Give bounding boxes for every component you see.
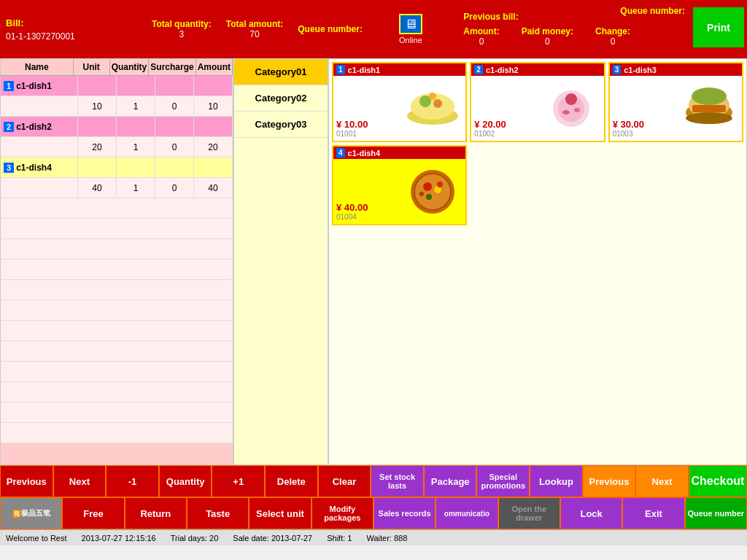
lock-button[interactable]: Lock	[560, 497, 622, 529]
queue-number-button[interactable]: Queue number	[685, 497, 747, 529]
trial-text: Trial days: 20	[171, 534, 219, 542]
dish-card-header: 2 c1-dish2	[471, 63, 603, 76]
dish-card[interactable]: 1 c1-dish1 ¥ 10.00 01001	[332, 62, 467, 142]
taste-button[interactable]: Taste	[187, 497, 249, 529]
svg-point-21	[419, 192, 424, 196]
previous-button[interactable]: Previous	[0, 465, 53, 497]
item-name-cell: 3c1-dish4	[1, 158, 78, 177]
table-row	[1, 219, 233, 239]
dish-card-header: 4 c1-dish4	[333, 147, 465, 159]
open-drawer-button: Open the drawer	[498, 497, 560, 529]
modify-packages-button[interactable]: Modify packages	[311, 497, 374, 529]
col-name: Name	[1, 59, 74, 75]
set-stock-button[interactable]: Set stock lasts	[371, 465, 424, 497]
table-row	[1, 280, 233, 300]
ime-button[interactable]: 🈶 极品五笔	[0, 497, 62, 529]
prev-bill-title: Previous bill:	[463, 12, 630, 22]
svg-rect-13	[692, 105, 726, 112]
table-row[interactable]: 20 1 0 20	[1, 137, 233, 158]
order-table-header: Name Unit Quantity Surcharge Amount	[1, 59, 233, 76]
exit-button[interactable]: Exit	[622, 497, 684, 529]
dish-card-header: 1 c1-dish1	[333, 63, 465, 76]
main-area: Name Unit Quantity Surcharge Amount 1c1-…	[0, 58, 747, 465]
dish-code: 01004	[336, 213, 397, 221]
dish-image	[400, 76, 465, 134]
svg-point-8	[562, 110, 570, 114]
statusbar: Welcome to Rest 2013-07-27 12:15:16 Tria…	[0, 529, 747, 545]
table-row	[1, 260, 233, 280]
toolbar-row2: 🈶 极品五笔 Free Return Taste Select unit Mod…	[0, 497, 747, 529]
prev-bill-change: Change: 0	[595, 26, 630, 47]
svg-point-20	[437, 182, 443, 187]
lookup-button[interactable]: Lookup	[530, 465, 583, 497]
total-amt: Total amount: 70	[226, 19, 283, 39]
svg-point-9	[574, 108, 580, 112]
checkout-button[interactable]: Checkout	[689, 465, 747, 497]
dish-code: 01003	[613, 130, 673, 138]
dish-card[interactable]: 4 c1-dish4 ¥ 40.00 01004	[332, 145, 467, 225]
table-row	[1, 239, 233, 260]
category-panel: Category01 Category02 Category03	[233, 58, 328, 465]
table-row[interactable]: 2c1-dish2	[1, 117, 233, 137]
table-row	[1, 362, 233, 382]
dish-code: 01001	[336, 130, 397, 138]
minus1-button[interactable]: -1	[106, 465, 159, 497]
sales-records-button[interactable]: Sales records	[374, 497, 436, 529]
dish-price: ¥ 40.00	[336, 202, 397, 213]
quantity-button[interactable]: Quantity	[159, 465, 212, 497]
print-button[interactable]: Print	[693, 7, 744, 47]
dish-price: ¥ 10.00	[336, 119, 397, 130]
dish-price: ¥ 20.00	[474, 119, 535, 130]
category-item[interactable]: Category02	[234, 85, 328, 112]
category-item[interactable]: Category03	[234, 112, 328, 138]
dish-card[interactable]: 3 c1-dish3 ¥ 30.00 01003	[608, 62, 743, 142]
free-button[interactable]: Free	[62, 497, 124, 529]
table-row[interactable]: 3c1-dish4	[1, 158, 233, 178]
queue-number-right-label: Queue number:	[620, 6, 685, 16]
dish-code: 01002	[474, 130, 535, 138]
total-qty: Total quantity: 3	[152, 19, 212, 39]
dish-image	[400, 159, 465, 217]
next2-button[interactable]: Next	[635, 465, 689, 497]
order-panel: Name Unit Quantity Surcharge Amount 1c1-…	[0, 58, 233, 465]
total-amt-label: Total amount:	[226, 19, 283, 29]
clear-button[interactable]: Clear	[318, 465, 371, 497]
waiter-text: Waiter: 888	[366, 534, 407, 542]
table-row[interactable]: 10 1 0 10	[1, 96, 233, 117]
return-button[interactable]: Return	[125, 497, 187, 529]
next-button[interactable]: Next	[53, 465, 107, 497]
svg-point-17	[423, 182, 432, 191]
select-unit-button[interactable]: Select unit	[249, 497, 311, 529]
table-row[interactable]: 1c1-dish1	[1, 76, 233, 96]
bill-label: Bill:	[6, 18, 152, 28]
datetime-text: 2013-07-27 12:15:16	[82, 534, 156, 542]
package-button[interactable]: Package	[424, 465, 477, 497]
plus1-button[interactable]: +1	[212, 465, 265, 497]
svg-point-14	[686, 112, 732, 124]
communication-button[interactable]: ommunicatio	[436, 497, 498, 529]
toolbar-row1: Previous Next -1 Quantity +1 Delete Clea…	[0, 465, 747, 497]
previous2-button[interactable]: Previous	[583, 465, 636, 497]
delete-button[interactable]: Delete	[265, 465, 318, 497]
online-label: Online	[399, 36, 422, 44]
table-row	[1, 402, 233, 423]
totals-section: Total quantity: 3 Total amount: 70 Queue…	[152, 14, 741, 44]
table-row[interactable]: 40 1 0 40	[1, 178, 233, 198]
dish-card[interactable]: 2 c1-dish2 ¥ 20.00 01002	[470, 62, 605, 142]
svg-point-19	[426, 194, 432, 200]
svg-point-4	[429, 93, 436, 100]
dish-image	[676, 76, 742, 134]
col-surcharge: Surcharge	[149, 59, 196, 75]
dish-name: c1-dish2	[486, 66, 519, 74]
dish-name: c1-dish3	[624, 66, 657, 74]
category-item[interactable]: Category01	[234, 59, 328, 85]
table-row	[1, 382, 233, 402]
ime-icon: 🈶	[12, 510, 21, 518]
svg-point-7	[565, 93, 577, 105]
shift-text: Shift: 1	[327, 534, 352, 542]
item-name-cell: 2c1-dish2	[1, 117, 78, 136]
sale-date-text: Sale date: 2013-07-27	[233, 534, 312, 542]
special-promotions-button[interactable]: Special promotions	[476, 465, 530, 497]
item-name-cell: 1c1-dish1	[1, 76, 78, 96]
total-amt-value: 70	[249, 29, 259, 39]
